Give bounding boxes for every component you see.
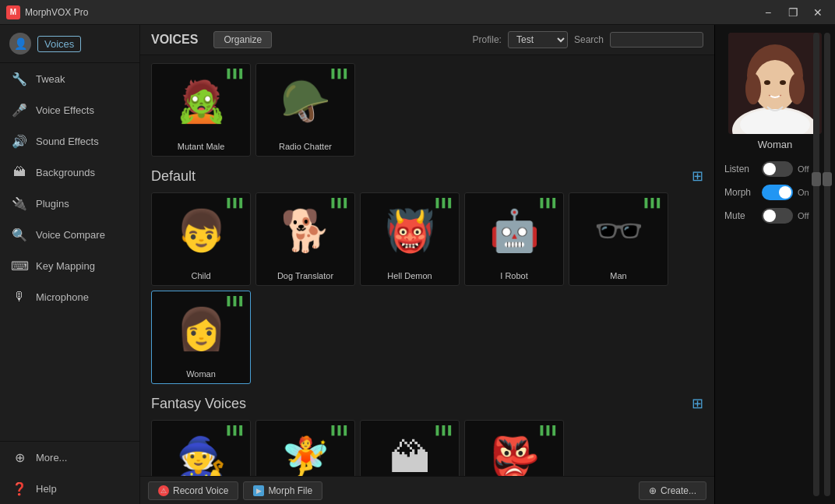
- preview-name: Woman: [758, 139, 793, 150]
- sidebar-label-key-mapping: Key Mapping: [36, 260, 95, 272]
- create-button[interactable]: ⊕ Create...: [639, 481, 706, 500]
- record-voice-button[interactable]: ⚠ Record Voice: [148, 481, 238, 500]
- mutant-male-image: 🧟: [152, 64, 250, 139]
- voice-card-dog-translator[interactable]: ▌▌▌ 🐕 Dog Translator: [255, 192, 355, 286]
- morph-thumb: [779, 186, 791, 199]
- default-section-label: Default: [151, 168, 196, 185]
- sidebar-label-more: More...: [36, 452, 67, 463]
- mute-track[interactable]: [762, 208, 793, 224]
- close-button[interactable]: ✕: [807, 4, 829, 21]
- default-expand-icon[interactable]: ⊞: [692, 167, 703, 185]
- voice-card-child[interactable]: ▌▌▌ 👦 Child: [151, 192, 251, 286]
- panel-sliders: [813, 33, 830, 496]
- sidebar-item-tweak[interactable]: 🔧 Tweak: [0, 63, 139, 94]
- bottom-bar: ⚠ Record Voice ▶ Morph File ⊕ Create...: [140, 476, 714, 504]
- main-layout: 👤 Voices 🔧 Tweak 🎤 Voice Effects 🔊 Sound…: [0, 25, 835, 504]
- voice-card-i-robot[interactable]: ▌▌▌ 🤖 I Robot: [464, 192, 564, 286]
- restore-button[interactable]: ❐: [782, 4, 804, 21]
- listen-control: Listen Off: [724, 161, 826, 177]
- listen-toggle[interactable]: [762, 161, 793, 177]
- voice-compare-icon: 🔍: [11, 226, 28, 243]
- titlebar: M MorphVOX Pro − ❐ ✕: [0, 0, 835, 25]
- page-title: VOICES: [151, 33, 198, 47]
- fantasy-section-header: Fantasy Voices ⊞: [151, 395, 703, 412]
- voice-name-woman: Woman: [186, 369, 216, 379]
- microphone-icon: 🎙: [11, 288, 28, 305]
- man-image: 🕶️: [569, 193, 668, 268]
- voice-card-woman[interactable]: ▌▌▌ 👩 Woman: [151, 291, 251, 384]
- morph-label: Morph: [724, 187, 757, 198]
- search-input[interactable]: [610, 32, 703, 48]
- sidebar-item-key-mapping[interactable]: ⌨ Key Mapping: [0, 250, 139, 281]
- child-image: 👦: [152, 193, 250, 268]
- preview-container: [728, 33, 822, 134]
- voice-card-radio-chatter[interactable]: ▌▌▌ 🪖 Radio Chatter: [255, 63, 355, 157]
- plugins-icon: 🔌: [11, 195, 28, 212]
- voice-name-child: Child: [191, 271, 210, 280]
- morph-track[interactable]: [762, 185, 793, 200]
- default-section-header: Default ⊞: [151, 167, 703, 185]
- sidebar-label-backgrounds: Backgrounds: [36, 167, 95, 178]
- profile-label: Profile:: [473, 34, 502, 45]
- voice-card-hell-demon[interactable]: ▌▌▌ 👹 Hell Demon: [360, 192, 460, 286]
- morph-file-label: Morph File: [268, 485, 312, 496]
- user-avatar: 👤: [9, 33, 31, 55]
- morph-toggle[interactable]: [762, 185, 793, 200]
- dog-translator-image: 🐕: [256, 193, 354, 268]
- voice-area[interactable]: ▌▌▌ 🧟 Mutant Male ▌▌▌ 🪖 Radio Chatter De…: [140, 55, 714, 476]
- voice-name-man: Man: [610, 271, 626, 280]
- help-icon: ❓: [11, 480, 28, 497]
- voice-card-giant[interactable]: ▌▌▌ 🏔 Giant: [360, 420, 460, 476]
- create-plus-icon: ⊕: [649, 485, 657, 496]
- morph-file-icon: ▶: [253, 485, 264, 496]
- sidebar-item-help[interactable]: ❓ Help: [0, 473, 139, 504]
- radio-chatter-image: 🪖: [256, 64, 354, 139]
- voice-card-dwarf[interactable]: ▌▌▌ 🧙 Dwarf: [151, 420, 251, 476]
- morph-control: Morph On: [724, 185, 826, 200]
- slider-track-1[interactable]: [813, 33, 819, 496]
- mute-thumb: [763, 210, 776, 222]
- sidebar-item-plugins[interactable]: 🔌 Plugins: [0, 188, 139, 219]
- morph-file-button[interactable]: ▶ Morph File: [243, 481, 322, 500]
- mute-toggle[interactable]: [762, 208, 793, 224]
- sidebar-label-microphone: Microphone: [36, 291, 89, 303]
- window-controls: − ❐ ✕: [757, 4, 829, 21]
- voice-name-hell-demon: Hell Demon: [387, 271, 432, 280]
- organize-button[interactable]: Organize: [213, 31, 272, 48]
- voice-card-nasty-gnome[interactable]: ▌▌▌ 👺 Nasty Gnome: [464, 420, 564, 476]
- svg-point-5: [745, 73, 761, 104]
- sidebar-item-voice-effects[interactable]: 🎤 Voice Effects: [0, 94, 139, 125]
- minimize-button[interactable]: −: [757, 4, 779, 21]
- fantasy-expand-icon[interactable]: ⊞: [692, 395, 703, 412]
- sidebar-item-sound-effects[interactable]: 🔊 Sound Effects: [0, 125, 139, 157]
- voice-card-mutant-male[interactable]: ▌▌▌ 🧟 Mutant Male: [151, 63, 251, 157]
- svg-point-8: [780, 80, 786, 85]
- hell-demon-image: 👹: [361, 193, 459, 268]
- voice-card-man[interactable]: ▌▌▌ 🕶️ Man: [569, 192, 668, 286]
- right-panel: Woman Listen Off Morph On Mute: [714, 25, 835, 504]
- content-area: VOICES Organize Profile: Test Default Ga…: [140, 25, 714, 504]
- top-voice-grid: ▌▌▌ 🧟 Mutant Male ▌▌▌ 🪖 Radio Chatter: [151, 63, 703, 157]
- fantasy-voice-grid: ▌▌▌ 🧙 Dwarf ▌▌▌ 🧚 Female Pixie ▌▌▌ 🏔 Gia…: [151, 420, 703, 476]
- sound-effects-icon: 🔊: [11, 132, 28, 150]
- listen-track[interactable]: [762, 161, 793, 177]
- sidebar-item-more[interactable]: ⊕ More...: [0, 442, 139, 473]
- sidebar-item-voice-compare[interactable]: 🔍 Voice Compare: [0, 219, 139, 250]
- slider-track-2[interactable]: [824, 33, 830, 496]
- nasty-gnome-image: 👺: [465, 421, 563, 476]
- voice-card-female-pixie[interactable]: ▌▌▌ 🧚 Female Pixie: [255, 420, 355, 476]
- mute-control: Mute Off: [724, 208, 826, 224]
- sidebar-item-backgrounds[interactable]: 🏔 Backgrounds: [0, 157, 139, 188]
- record-icon: ⚠: [158, 485, 169, 496]
- female-pixie-image: 🧚: [256, 421, 354, 476]
- sidebar-label-voice-effects: Voice Effects: [36, 104, 94, 116]
- slider-thumb-2[interactable]: [823, 172, 832, 186]
- woman-image: 👩: [152, 291, 250, 366]
- voice-name-radio-chatter: Radio Chatter: [279, 142, 332, 151]
- search-label: Search: [574, 34, 604, 45]
- sidebar-label-sound-effects: Sound Effects: [36, 136, 99, 147]
- sidebar-item-microphone[interactable]: 🎙 Microphone: [0, 281, 139, 312]
- slider-thumb-1[interactable]: [812, 172, 821, 186]
- voices-nav-label[interactable]: Voices: [37, 36, 81, 52]
- profile-select[interactable]: Test Default Gaming Meeting: [508, 31, 568, 48]
